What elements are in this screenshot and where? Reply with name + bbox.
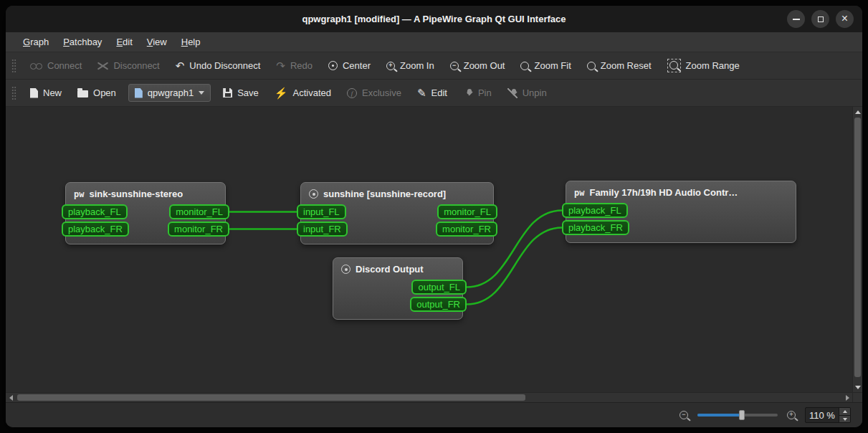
redo-icon: ↷ xyxy=(276,60,285,71)
node-header[interactable]: sunshine [sunshine-record] xyxy=(301,183,493,201)
scroll-down-icon xyxy=(855,386,861,389)
titlebar[interactable]: qpwgraph1 [modified] — A PipeWire Graph … xyxy=(6,6,862,32)
undo-disconnect-label: Undo Disconnect xyxy=(189,60,260,71)
graph-canvas[interactable]: pw sink-sunshine-stereo playback_FL play… xyxy=(6,107,852,392)
toolbar-grip[interactable] xyxy=(11,86,16,100)
spin-down-icon xyxy=(843,418,847,421)
ports-row: playback_FL playback_FR xyxy=(566,200,796,242)
port-pill[interactable]: monitor_FL xyxy=(169,204,229,219)
new-button[interactable]: New xyxy=(24,85,68,101)
combo-arrow-icon xyxy=(199,91,204,95)
node-header[interactable]: pw sink-sunshine-stereo xyxy=(66,183,225,201)
horizontal-scrollbar[interactable] xyxy=(6,392,852,402)
disconnect-button[interactable]: Disconnect xyxy=(91,57,166,74)
port-pill[interactable]: output_FL xyxy=(411,280,467,295)
node-family-audio-controller[interactable]: pw Family 17h/19h HD Audio Contr… playba… xyxy=(566,181,796,243)
disconnect-label: Disconnect xyxy=(113,60,159,71)
save-button[interactable]: Save xyxy=(216,85,265,101)
exclusive-icon: f xyxy=(347,88,357,98)
exclusive-button[interactable]: f Exclusive xyxy=(340,85,408,101)
session-file-icon xyxy=(135,88,143,98)
menu-graph[interactable]: Graph xyxy=(16,32,56,52)
pin-button[interactable]: Pin xyxy=(457,85,498,101)
edit-button[interactable]: ✎ Edit xyxy=(411,85,454,101)
ports-row: playback_FL playback_FR monitor_FL monit… xyxy=(66,201,225,243)
scrollbar-corner xyxy=(852,392,862,402)
redo-button[interactable]: ↷ Redo xyxy=(270,57,319,74)
node-header[interactable]: pw Family 17h/19h HD Audio Contr… xyxy=(566,181,796,200)
zoom-in-label: Zoom In xyxy=(400,60,434,71)
vertical-scrollbar[interactable] xyxy=(852,107,862,392)
zoom-slider-handle[interactable] xyxy=(739,410,745,420)
zoom-reset-button[interactable]: Zoom Reset xyxy=(581,57,658,74)
port-pill[interactable]: monitor_FR xyxy=(436,222,497,237)
undo-disconnect-button[interactable]: ↶ Undo Disconnect xyxy=(169,57,267,74)
vertical-scrollbar-thumb[interactable] xyxy=(854,118,861,377)
zoom-spin-down-button[interactable] xyxy=(839,415,850,422)
close-button[interactable]: × xyxy=(836,10,854,28)
port-pill[interactable]: monitor_FR xyxy=(168,222,229,237)
port-pill[interactable]: playback_FR xyxy=(62,222,129,237)
zoom-slider[interactable] xyxy=(697,409,778,421)
activated-icon: ⚡ xyxy=(275,87,288,98)
zoom-fit-button[interactable]: Zoom Fit xyxy=(514,57,577,74)
zoom-in-button[interactable]: + Zoom In xyxy=(380,57,441,74)
zoom-out-button[interactable]: − Zoom Out xyxy=(444,57,512,74)
zoom-slider-fill xyxy=(697,414,742,417)
maximize-button[interactable] xyxy=(811,10,829,28)
port-pill[interactable]: input_FR xyxy=(297,222,348,237)
unpin-button[interactable]: Unpin xyxy=(501,85,553,101)
edit-icon: ✎ xyxy=(417,87,426,98)
center-button[interactable]: Center xyxy=(322,57,377,74)
connect-icon xyxy=(30,62,42,70)
session-combo[interactable]: qpwgraph1 xyxy=(128,84,211,102)
zoom-in-small-icon[interactable]: + xyxy=(787,411,796,419)
exclusive-label: Exclusive xyxy=(362,87,401,98)
graph-toolbar: Connect Disconnect ↶ Undo Disconnect ↷ R… xyxy=(6,52,862,80)
node-sunshine[interactable]: sunshine [sunshine-record] input_FL inpu… xyxy=(300,182,494,244)
port-pill[interactable]: playback_FR xyxy=(562,220,629,235)
node-sink-sunshine-stereo[interactable]: pw sink-sunshine-stereo playback_FL play… xyxy=(65,182,226,244)
menu-help[interactable]: Help xyxy=(174,32,208,52)
port-pill[interactable]: playback_FL xyxy=(62,204,128,219)
minimize-button[interactable] xyxy=(787,10,805,28)
menu-view[interactable]: View xyxy=(140,32,174,52)
port-pill[interactable]: playback_FL xyxy=(562,203,628,218)
menu-edit[interactable]: Edit xyxy=(109,32,139,52)
open-button[interactable]: Open xyxy=(71,85,123,101)
zoom-spinbox[interactable]: 110 % xyxy=(805,407,851,423)
scroll-right-button[interactable] xyxy=(842,393,852,402)
unpin-label: Unpin xyxy=(523,87,547,98)
menu-patchbay[interactable]: Patchbay xyxy=(56,32,109,52)
zoom-out-small-icon[interactable]: − xyxy=(679,411,688,419)
connect-label: Connect xyxy=(47,60,82,71)
minus-glyph: − xyxy=(682,411,685,418)
activated-button[interactable]: ⚡ Activated xyxy=(268,85,338,101)
port-pill[interactable]: monitor_FL xyxy=(437,204,497,219)
connect-button[interactable]: Connect xyxy=(24,57,88,74)
scroll-left-button[interactable] xyxy=(6,393,16,402)
toolbar-grip[interactable] xyxy=(11,59,16,73)
zoom-range-button[interactable]: Zoom Range xyxy=(661,56,746,75)
open-label: Open xyxy=(93,87,116,98)
activated-label: Activated xyxy=(293,87,331,98)
port-pill[interactable]: output_FR xyxy=(410,297,467,312)
zoom-fit-icon xyxy=(520,62,529,70)
scroll-up-button[interactable] xyxy=(853,107,862,117)
horizontal-scrollbar-thumb[interactable] xyxy=(17,394,525,401)
close-icon: × xyxy=(841,13,848,24)
scroll-up-icon xyxy=(855,110,861,114)
disconnect-icon xyxy=(97,61,108,70)
zoom-spin-up-button[interactable] xyxy=(839,408,850,415)
node-header[interactable]: Discord Output xyxy=(333,258,462,277)
port-pill[interactable]: input_FL xyxy=(297,204,346,219)
scroll-down-button[interactable] xyxy=(853,382,862,392)
node-discord-output[interactable]: Discord Output output_FL output_FR xyxy=(333,257,463,320)
zoom-range-icon xyxy=(667,59,681,72)
ports-row: input_FL input_FR monitor_FL monitor_FR xyxy=(301,201,493,243)
edit-label: Edit xyxy=(431,87,447,98)
ports-row: output_FL output_FR xyxy=(333,277,462,318)
spin-up-icon xyxy=(843,410,847,413)
pin-label: Pin xyxy=(478,87,492,98)
zoom-range-magnifier xyxy=(669,61,678,70)
